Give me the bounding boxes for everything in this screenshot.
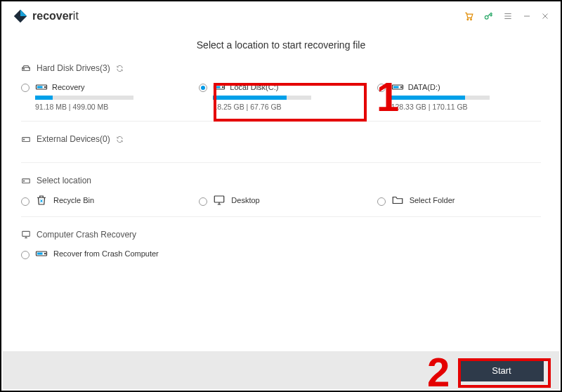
radio[interactable] [377, 197, 386, 206]
brand-name: recoverit [32, 10, 79, 22]
drive-data-d[interactable]: DATA(D:) 128.33 GB | 170.11 GB [377, 81, 541, 111]
radio[interactable] [199, 84, 207, 92]
usage-bar [213, 96, 311, 100]
section-location: Select location Recycle Bin Desktop Sele… [21, 171, 541, 217]
svg-point-7 [45, 86, 46, 88]
minimize-icon[interactable] [523, 12, 531, 20]
location-label: Recycle Bin [53, 196, 94, 204]
svg-rect-12 [393, 86, 399, 89]
section-crash-label: Computer Crash Recovery [37, 230, 136, 240]
section-external-label: External Devices(0) [37, 134, 110, 144]
hdd-icon [21, 63, 31, 73]
cart-icon[interactable] [464, 11, 473, 21]
svg-point-4 [24, 69, 25, 70]
svg-point-1 [471, 19, 472, 20]
section-external: External Devices(0) [21, 130, 541, 163]
drive-icon [35, 248, 48, 259]
svg-point-22 [45, 253, 46, 254]
svg-point-2 [485, 15, 488, 19]
refresh-icon[interactable] [116, 65, 124, 72]
drive-icon [213, 81, 226, 93]
location-label: Desktop [231, 196, 259, 204]
location-desktop[interactable]: Desktop [199, 194, 362, 207]
logo-icon [13, 8, 28, 24]
usage-bar [35, 96, 133, 100]
recycle-bin-icon [35, 194, 48, 207]
svg-point-0 [467, 19, 469, 20]
svg-point-10 [223, 86, 224, 88]
location-icon [21, 176, 31, 185]
start-button[interactable]: Start [459, 359, 544, 381]
brand: recoverit [13, 8, 79, 24]
svg-point-13 [400, 86, 402, 88]
svg-point-15 [24, 139, 25, 140]
crash-icon [21, 230, 31, 240]
svg-point-17 [24, 181, 25, 181]
radio[interactable] [377, 84, 386, 92]
section-crash: Computer Crash Recovery Recover from Cra… [21, 226, 541, 269]
radio[interactable] [21, 84, 30, 92]
drive-label: Recovery [52, 83, 84, 91]
section-hdd: Hard Disk Drives(3) Recovery 91.18 MB | … [21, 59, 541, 122]
drive-icon [35, 81, 48, 93]
title-bar: recoverit [1, 1, 561, 30]
drive-icon [391, 81, 404, 93]
close-icon[interactable] [541, 12, 549, 20]
folder-icon [391, 194, 404, 207]
desktop-icon [213, 194, 226, 207]
external-icon [21, 134, 31, 144]
footer-bar: Start [3, 351, 559, 389]
window-toolbar [464, 11, 549, 21]
drive-label: DATA(D:) [408, 83, 440, 91]
radio[interactable] [21, 251, 30, 259]
svg-rect-18 [215, 196, 225, 202]
svg-rect-6 [37, 86, 43, 89]
drive-usage: 128.33 GB | 170.11 GB [391, 103, 490, 111]
usage-bar [391, 96, 490, 100]
section-hdd-label: Hard Disk Drives(3) [37, 63, 110, 73]
radio[interactable] [199, 197, 207, 206]
drive-recovery[interactable]: Recovery 91.18 MB | 499.00 MB [21, 81, 185, 111]
svg-rect-19 [22, 231, 30, 236]
key-icon[interactable] [483, 11, 493, 21]
crash-recover-item[interactable]: Recover from Crash Computer [21, 248, 159, 259]
drive-usage: 18.25 GB | 67.76 GB [213, 103, 311, 111]
radio[interactable] [21, 197, 30, 206]
svg-rect-21 [37, 253, 43, 255]
drive-label: Local Disk(C:) [230, 83, 278, 91]
refresh-icon[interactable] [116, 136, 124, 143]
location-select-folder[interactable]: Select Folder [377, 194, 541, 207]
drive-local-c[interactable]: Local Disk(C:) 18.25 GB | 67.76 GB [199, 81, 362, 111]
section-location-label: Select location [37, 176, 91, 185]
location-recycle-bin[interactable]: Recycle Bin [21, 194, 185, 207]
crash-item-label: Recover from Crash Computer [53, 249, 159, 258]
drive-usage: 91.18 MB | 499.00 MB [35, 103, 133, 111]
menu-icon[interactable] [503, 11, 513, 21]
svg-rect-9 [215, 86, 221, 89]
location-label: Select Folder [410, 196, 455, 204]
page-title: Select a location to start recovering fi… [1, 39, 561, 51]
